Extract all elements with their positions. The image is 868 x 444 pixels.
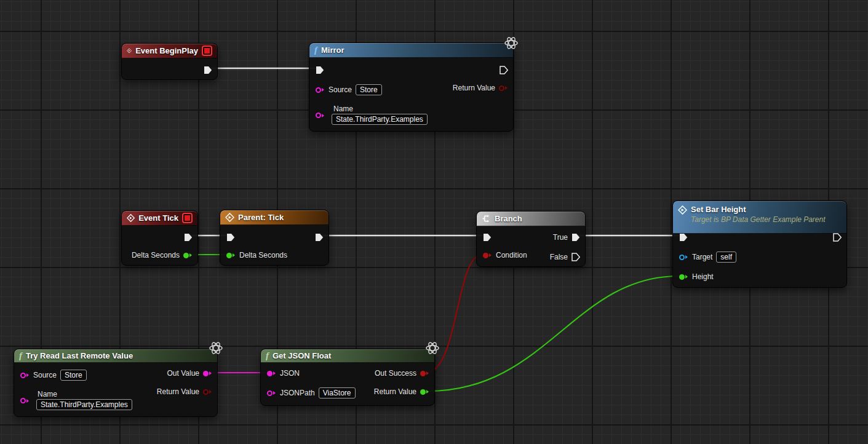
node-set-bar-height[interactable]: Set Bar Height Target is BP Data Getter …: [672, 200, 847, 288]
exec-out-pin[interactable]: [315, 233, 324, 242]
pin-label: True: [553, 233, 568, 242]
pin-label: Target: [692, 253, 712, 261]
exec-out-pin[interactable]: [204, 66, 212, 74]
jsonpath-pin[interactable]: [267, 390, 273, 396]
pin-label: Return Value: [374, 387, 416, 396]
node-parent-tick[interactable]: Parent: Tick Delta Seconds: [220, 210, 329, 266]
node-subtitle: Target is BP Data Getter Example Parent: [691, 215, 826, 225]
pin-row: [226, 232, 235, 243]
debug-marker-icon: [202, 46, 212, 56]
node-title: Get JSON Float: [273, 351, 331, 360]
pin-label: JSONPath: [280, 389, 315, 397]
node-header: f Get JSON Float: [261, 349, 434, 363]
height-pin[interactable]: [679, 274, 685, 280]
pin-row: Delta Seconds: [132, 250, 193, 261]
node-event-tick[interactable]: Event Tick Delta Seconds: [121, 210, 198, 266]
false-exec-pin[interactable]: [571, 253, 580, 261]
event-icon: [678, 205, 687, 215]
pin-row: [483, 232, 492, 243]
function-icon: f: [314, 46, 317, 55]
function-icon: f: [19, 351, 22, 360]
pin-label: JSON: [280, 369, 300, 378]
exec-out-pin[interactable]: [833, 233, 842, 242]
pin-row: Delta Seconds: [226, 250, 287, 261]
node-title: Branch: [495, 214, 522, 223]
node-title: Mirror: [321, 46, 344, 55]
pin-label: Height: [692, 272, 714, 281]
source-value-field[interactable]: Store: [60, 370, 87, 381]
node-event-begin-play[interactable]: Event BeginPlay: [121, 43, 218, 80]
name-value-field[interactable]: State.ThirdParty.Examples: [36, 399, 132, 410]
exec-in-pin[interactable]: [226, 233, 235, 242]
pin-row: Target self: [679, 252, 736, 263]
node-title: Event Tick: [138, 213, 178, 223]
return-value-pin[interactable]: [420, 389, 426, 395]
pin-row: True: [553, 232, 580, 243]
out-value-pin[interactable]: [203, 371, 209, 376]
wire-float-returnvalue-to-height[interactable]: [426, 276, 679, 391]
atom-icon: [504, 36, 519, 50]
node-try-read-last-remote-value[interactable]: f Try Read Last Remote Value Source Stor…: [14, 349, 218, 417]
node-header: Set Bar Height Target is BP Data Getter …: [673, 201, 846, 234]
return-value-pin[interactable]: [499, 85, 504, 91]
pin-label: Condition: [496, 251, 527, 260]
delta-seconds-pin[interactable]: [183, 253, 189, 258]
pin-label: Delta Seconds: [239, 251, 287, 260]
source-pin[interactable]: [20, 373, 26, 378]
node-header: f Mirror: [309, 43, 513, 58]
event-icon: [127, 46, 132, 55]
node-get-json-float[interactable]: f Get JSON Float JSON JSONPath ViaStore …: [260, 349, 435, 406]
exec-in-pin[interactable]: [679, 233, 688, 242]
pin-label: Name: [333, 105, 353, 113]
target-value-field[interactable]: self: [716, 252, 736, 263]
pin-row: [315, 232, 324, 243]
pin-row: Return Value: [453, 82, 508, 93]
pin-row: Return Value: [374, 386, 429, 397]
pin-label: Delta Seconds: [132, 251, 180, 260]
exec-out-pin[interactable]: [500, 66, 508, 74]
target-pin[interactable]: [679, 255, 685, 260]
blueprint-graph-canvas[interactable]: Event BeginPlay f Mirror Source Store Re…: [0, 0, 868, 444]
name-pin[interactable]: [20, 398, 26, 403]
true-exec-pin[interactable]: [571, 233, 580, 242]
exec-in-pin[interactable]: [483, 233, 492, 242]
pin-label: Return Value: [157, 387, 199, 396]
out-success-pin[interactable]: [420, 371, 426, 376]
node-title: Event BeginPlay: [135, 46, 198, 55]
pin-row: [204, 65, 212, 76]
function-icon: f: [266, 351, 269, 360]
condition-pin[interactable]: [483, 253, 488, 258]
pin-label: Name: [38, 390, 57, 398]
node-mirror[interactable]: f Mirror Source Store Return Value Name …: [309, 42, 514, 132]
node-title: Parent: Tick: [238, 213, 284, 222]
pin-row: Out Value: [167, 368, 212, 379]
pin-row: State.ThirdParty.Examples: [332, 114, 428, 125]
pin-row: [184, 232, 193, 243]
atom-icon: [425, 341, 440, 355]
node-title: Try Read Last Remote Value: [26, 351, 133, 360]
pin-row: Out Success: [375, 368, 429, 379]
node-header: Parent: Tick: [220, 210, 328, 225]
source-value-field[interactable]: Store: [356, 84, 382, 95]
node-title: Set Bar Height: [691, 205, 826, 215]
pin-row: Source Store: [20, 370, 87, 381]
exec-in-pin[interactable]: [316, 66, 324, 74]
exec-out-pin[interactable]: [184, 233, 193, 242]
node-header: f Try Read Last Remote Value: [14, 349, 217, 363]
source-pin[interactable]: [316, 87, 321, 93]
node-header: Event BeginPlay: [122, 44, 217, 58]
name-value-field[interactable]: State.ThirdParty.Examples: [332, 114, 428, 125]
pin-row: [679, 232, 688, 243]
json-pin[interactable]: [267, 371, 273, 376]
pin-label: Source: [328, 85, 352, 94]
name-pin[interactable]: [316, 113, 321, 118]
pin-row: [316, 65, 324, 76]
pin-label: Return Value: [453, 84, 495, 92]
pin-row: Height: [679, 271, 714, 282]
node-branch[interactable]: Branch Condition True False: [476, 211, 586, 267]
event-icon: [127, 213, 135, 223]
return-value-pin[interactable]: [203, 389, 209, 395]
delta-seconds-pin[interactable]: [226, 253, 232, 258]
jsonpath-value-field[interactable]: ViaStore: [319, 387, 356, 398]
pin-row: Condition: [483, 250, 527, 261]
